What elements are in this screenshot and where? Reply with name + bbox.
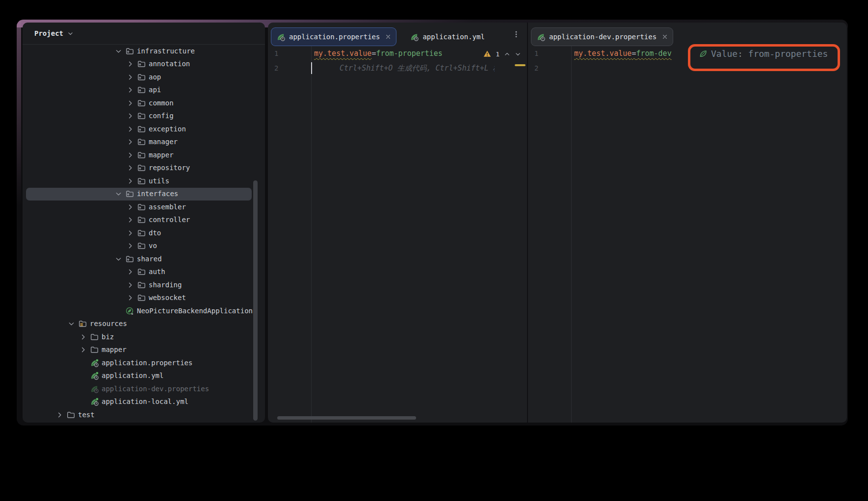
package-folder-icon: [137, 151, 146, 159]
chevron-right-icon[interactable]: [126, 203, 134, 211]
code-token: from-properties: [376, 49, 442, 58]
chevron-right-icon[interactable]: [55, 411, 63, 419]
chevron-right-icon[interactable]: [126, 242, 134, 250]
chevron-right-icon[interactable]: [126, 86, 134, 94]
tree-row[interactable]: sharding: [23, 278, 265, 292]
next-warning-chevron-down-icon[interactable]: [515, 51, 521, 57]
tree-row[interactable]: api: [23, 84, 265, 97]
tree-row[interactable]: infrastructure: [23, 45, 265, 58]
code-line[interactable]: 2Ctrl+Shift+O 生成代码, Ctrl+Shift+L 格式化代码: [268, 61, 527, 75]
tab-application.yml[interactable]: application.yml: [404, 27, 489, 46]
tree-item-label: test: [78, 411, 95, 419]
package-folder-icon: [137, 203, 146, 211]
tree-item-label: vo: [149, 242, 157, 250]
tree-row[interactable]: websocket: [23, 292, 265, 305]
tree-item-label: websocket: [149, 294, 186, 302]
tree-row[interactable]: config: [23, 110, 265, 123]
chevron-right-icon[interactable]: [126, 229, 134, 237]
tab-application-dev.properties[interactable]: application-dev.properties: [531, 27, 673, 46]
close-icon[interactable]: [385, 33, 392, 40]
chevron-right-icon[interactable]: [126, 164, 134, 172]
tree-item-label: application.properties: [102, 359, 192, 367]
tree-item-label: config: [149, 112, 174, 120]
tree-row[interactable]: utils: [23, 175, 265, 188]
chevron-down-icon[interactable]: [67, 30, 74, 37]
tree-item-label: common: [149, 99, 174, 107]
project-tree-scrollbar[interactable]: [253, 180, 258, 421]
tab-options-kebab-icon[interactable]: [512, 30, 520, 38]
chevron-right-icon[interactable]: [126, 99, 134, 107]
tree-row[interactable]: application-dev.properties: [23, 382, 265, 396]
tree-row[interactable]: vo: [23, 240, 265, 253]
package-folder-icon: [126, 255, 134, 263]
tree-row[interactable]: resources: [23, 318, 265, 331]
chevron-right-icon[interactable]: [126, 177, 134, 185]
chevron-spacer: [79, 398, 87, 406]
line-number: 2: [274, 64, 299, 72]
tree-row[interactable]: exception: [23, 123, 265, 136]
tab-label: application.properties: [289, 33, 380, 41]
previous-warning-chevron-up-icon[interactable]: [504, 51, 510, 57]
chevron-right-icon[interactable]: [79, 346, 87, 354]
chevron-right-icon[interactable]: [126, 138, 134, 146]
code-text: my.test.value=from-properties: [314, 49, 443, 58]
tree-item-label: mapper: [149, 151, 174, 159]
code-editor[interactable]: 1my.test.value=from-properties2Ctrl+Shif…: [268, 46, 527, 423]
tab-label: application.yml: [422, 33, 484, 41]
tree-row[interactable]: controller: [23, 214, 265, 227]
chevron-down-icon[interactable]: [114, 47, 122, 55]
tree-row[interactable]: application-local.yml: [23, 396, 265, 409]
tree-row[interactable]: annotation: [23, 58, 265, 71]
package-folder-icon: [137, 125, 146, 133]
chevron-right-icon[interactable]: [126, 294, 134, 302]
chevron-right-icon[interactable]: [126, 125, 134, 133]
tree-row[interactable]: NeoPictureBackendApplication: [23, 304, 265, 318]
chevron-right-icon[interactable]: [126, 151, 134, 159]
folder-icon: [90, 346, 99, 354]
chevron-down-icon[interactable]: [114, 255, 122, 263]
tree-row[interactable]: application.properties: [23, 356, 265, 370]
tree-row[interactable]: mapper: [23, 344, 265, 357]
chevron-right-icon[interactable]: [126, 60, 134, 68]
chevron-right-icon[interactable]: [126, 112, 134, 120]
code-editor[interactable]: 1my.test.value=from-dev2Value: from-prop…: [528, 46, 847, 423]
tab-bar: application-dev.properties: [528, 23, 847, 46]
tree-item-label: api: [149, 86, 161, 94]
package-folder-icon: [137, 281, 146, 289]
chevron-right-icon[interactable]: [126, 216, 134, 224]
error-stripe-mark[interactable]: [515, 64, 526, 66]
chevron-down-icon[interactable]: [114, 190, 122, 198]
tree-row[interactable]: auth: [23, 266, 265, 279]
tree-row[interactable]: biz: [23, 330, 265, 344]
tree-row[interactable]: dto: [23, 226, 265, 240]
tab-application.properties[interactable]: application.properties: [271, 27, 396, 46]
tree-row[interactable]: aop: [23, 71, 265, 84]
inspections-widget[interactable]: 1: [483, 48, 521, 60]
tree-row[interactable]: mapper: [23, 149, 265, 162]
project-title: Project: [34, 29, 63, 37]
chevron-right-icon[interactable]: [126, 268, 134, 276]
close-icon[interactable]: [661, 33, 668, 40]
chevron-down-icon[interactable]: [67, 320, 75, 328]
annotation-highlight-box: [688, 44, 840, 71]
chevron-right-icon[interactable]: [126, 281, 134, 289]
project-tool-window: Project infrastructureannotationaopapico…: [23, 23, 265, 423]
project-header[interactable]: Project: [23, 23, 265, 45]
tree-row[interactable]: interfaces: [23, 188, 265, 201]
tree-row[interactable]: shared: [23, 252, 265, 266]
chevron-right-icon[interactable]: [126, 73, 134, 81]
tree-item-label: repository: [149, 164, 190, 172]
gutter-separator: [571, 46, 572, 423]
package-folder-icon: [137, 60, 146, 68]
chevron-right-icon[interactable]: [79, 333, 87, 341]
tree-row[interactable]: test: [23, 408, 265, 422]
warning-icon: [483, 50, 491, 58]
package-folder-icon: [137, 242, 146, 250]
tree-row[interactable]: application.yml: [23, 370, 265, 383]
tree-row[interactable]: repository: [23, 162, 265, 175]
tree-row[interactable]: assembler: [23, 200, 265, 214]
horizontal-scrollbar[interactable]: [277, 416, 416, 420]
tree-row[interactable]: manager: [23, 136, 265, 149]
package-folder-icon: [137, 164, 146, 172]
tree-row[interactable]: common: [23, 97, 265, 110]
